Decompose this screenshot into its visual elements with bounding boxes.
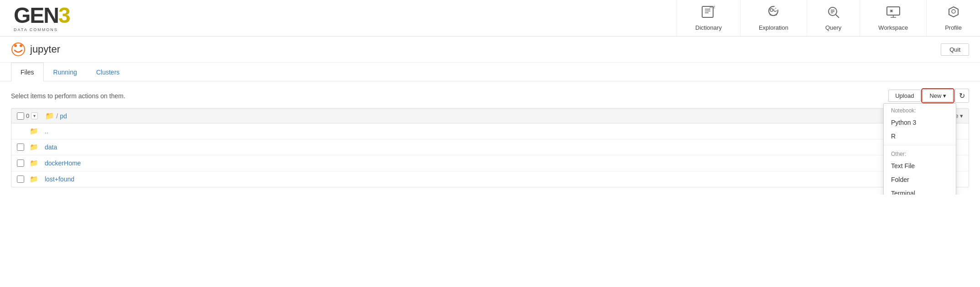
profile-icon: [946, 5, 961, 21]
file-link-dockerhome[interactable]: dockerHome: [45, 159, 81, 167]
svg-point-6: [770, 9, 773, 11]
svg-text:A-Z: A-Z: [709, 5, 715, 9]
jupyter-title: jupyter: [30, 43, 60, 55]
jupyter-logo: jupyter: [11, 42, 60, 57]
svg-text:+: +: [775, 7, 777, 10]
header-dropdown-arrow[interactable]: ▾: [31, 112, 38, 119]
dictionary-label: Dictionary: [695, 24, 722, 31]
refresh-button[interactable]: ↻: [955, 89, 969, 103]
path-area: 📁 / pd: [45, 112, 67, 120]
tab-running[interactable]: Running: [44, 63, 87, 81]
nav-items: A-Z Dictionary + Exploration: [677, 0, 980, 36]
header-checkbox-area: 0 ▾: [17, 112, 38, 120]
query-icon: [826, 5, 841, 21]
svg-text:▣: ▣: [890, 9, 893, 13]
parent-row: 📁 ..: [11, 123, 969, 139]
file-link-data[interactable]: data: [45, 144, 57, 151]
logo: GEN3: [14, 5, 70, 27]
svg-line-11: [836, 15, 839, 18]
dropdown-folder[interactable]: Folder: [884, 173, 956, 186]
logo-area: GEN3 DATA COMMONS: [0, 0, 100, 36]
row-checkbox-dockerhome[interactable]: [17, 159, 24, 167]
table-row: 📁 dockerHome: [11, 155, 969, 171]
upload-button[interactable]: Upload: [888, 90, 921, 102]
file-table-header: 0 ▾ 📁 / pd Name ▾: [11, 109, 969, 123]
dropdown-divider: [884, 145, 956, 145]
tab-clusters[interactable]: Clusters: [87, 63, 129, 81]
nav-item-query[interactable]: Query: [807, 0, 860, 36]
path-folder-link[interactable]: pd: [60, 112, 67, 120]
folder-icon-data: 📁: [30, 143, 38, 151]
content-area: Select items to perform actions on them.…: [0, 81, 980, 195]
svg-point-20: [12, 43, 25, 56]
folder-icon-lostfound: 📁: [30, 175, 38, 183]
select-help-text: Select items to perform actions on them.: [11, 92, 125, 100]
selected-count: 0: [26, 112, 29, 119]
dictionary-icon: A-Z: [701, 5, 716, 21]
new-button[interactable]: New ▾: [923, 90, 953, 102]
table-row: 📁 data: [11, 139, 969, 155]
file-table: 0 ▾ 📁 / pd Name ▾ 📁 .. 📁 data 📁 dockerH: [11, 108, 969, 187]
tab-files[interactable]: Files: [11, 63, 44, 81]
svg-point-22: [20, 44, 22, 47]
path-separator: /: [56, 112, 58, 120]
exploration-icon: +: [766, 5, 781, 21]
dropdown-r[interactable]: R: [884, 129, 956, 143]
quit-button[interactable]: Quit: [941, 43, 969, 56]
parent-link[interactable]: ..: [45, 128, 48, 135]
row-checkbox-lostfound[interactable]: [17, 175, 24, 183]
jupyter-svg-icon: [11, 42, 26, 57]
path-folder-icon: 📁: [45, 112, 54, 120]
file-link-lostfound[interactable]: lost+found: [45, 175, 74, 183]
svg-rect-15: [887, 7, 900, 15]
action-bar: Select items to perform actions on them.…: [11, 89, 969, 103]
workspace-label: Workspace: [878, 24, 908, 31]
workspace-icon: ▣: [886, 5, 901, 21]
exploration-label: Exploration: [759, 24, 788, 31]
dropdown-terminal[interactable]: Terminal: [884, 186, 956, 195]
nav-item-exploration[interactable]: + Exploration: [740, 0, 807, 36]
dropdown-python3[interactable]: Python 3: [884, 116, 956, 129]
folder-icon-dockerhome: 📁: [30, 159, 38, 167]
row-checkbox-data[interactable]: [17, 144, 24, 151]
svg-point-21: [14, 44, 17, 47]
nav-item-workspace[interactable]: ▣ Workspace: [860, 0, 926, 36]
action-buttons: Upload New ▾ ↻ Notebook: Python 3 R Othe…: [888, 89, 969, 103]
profile-label: Profile: [945, 24, 962, 31]
nav-item-dictionary[interactable]: A-Z Dictionary: [677, 0, 740, 36]
header-checkbox[interactable]: [17, 112, 24, 120]
svg-point-19: [952, 10, 955, 13]
tabs-bar: Files Running Clusters: [0, 63, 980, 81]
jupyter-bar: jupyter Quit: [0, 37, 980, 63]
other-section-label: Other:: [884, 147, 956, 159]
nav-item-profile[interactable]: Profile: [926, 0, 980, 36]
query-label: Query: [825, 24, 841, 31]
logo-three: 3: [58, 3, 70, 27]
dropdown-text-file[interactable]: Text File: [884, 159, 956, 173]
table-row: 📁 lost+found: [11, 171, 969, 187]
logo-gen: GEN: [14, 3, 58, 27]
notebook-section-label: Notebook:: [884, 104, 956, 116]
new-dropdown-menu: Notebook: Python 3 R Other: Text File Fo…: [883, 103, 956, 195]
logo-subtitle: DATA COMMONS: [14, 27, 70, 32]
parent-folder-icon: 📁: [30, 127, 38, 135]
top-navigation: GEN3 DATA COMMONS A-Z Dictionary: [0, 0, 980, 37]
